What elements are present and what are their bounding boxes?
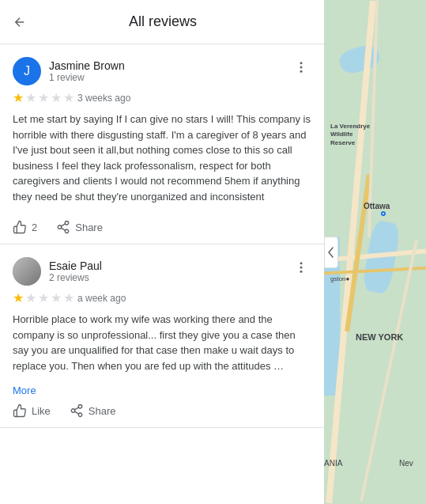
reviewer-details: Jasmine Brown 1 review (49, 59, 125, 83)
reviewer-count: 1 review (49, 72, 125, 83)
star-4: ★ (51, 90, 62, 105)
star-3: ★ (38, 90, 49, 105)
share-button[interactable]: Share (70, 404, 116, 418)
reviewer-row: J Jasmine Brown 1 review (13, 57, 311, 85)
map-collapse-button[interactable] (324, 237, 338, 268)
time-ago: 3 weeks ago (77, 93, 130, 104)
star-3: ★ (38, 290, 49, 305)
svg-point-10 (300, 271, 303, 273)
share-label: Share (75, 222, 103, 233)
review-card: Esaie Paul 2 reviews ★ ★ ★ ★ ★ a week ag… (0, 244, 324, 428)
review-text: Horrible place to work my wife was worki… (13, 312, 311, 373)
time-ago: a week ago (77, 293, 126, 304)
avatar (13, 257, 41, 286)
reviewer-row: Esaie Paul 2 reviews (13, 257, 311, 286)
avatar: J (13, 57, 41, 85)
share-label: Share (89, 405, 116, 417)
map-label-ottawa: Ottawa (364, 202, 390, 210)
star-5: ★ (63, 290, 74, 305)
svg-line-14 (74, 411, 78, 414)
star-rating: ★ ★ ★ ★ ★ (13, 290, 74, 305)
reviewer-info: Esaie Paul 2 reviews (13, 257, 102, 286)
map-label-ania: ANIA (324, 459, 342, 468)
ottawa-dot (381, 211, 386, 216)
thumbs-up-icon (13, 404, 27, 418)
share-icon (56, 220, 70, 234)
svg-point-5 (65, 229, 69, 233)
svg-line-7 (62, 224, 66, 226)
svg-point-2 (300, 70, 303, 73)
map-label-newyork: NEW YORK (356, 332, 403, 342)
star-2: ★ (25, 290, 36, 305)
back-button[interactable] (13, 15, 27, 29)
reviewer-info: J Jasmine Brown 1 review (13, 57, 125, 85)
map-label-kingston: gston● (330, 275, 349, 282)
share-icon (70, 404, 84, 418)
thumbs-up-button[interactable]: Like (13, 404, 51, 418)
svg-point-12 (71, 409, 75, 413)
stars-row: ★ ★ ★ ★ ★ a week ago (13, 290, 311, 305)
svg-point-9 (300, 267, 303, 269)
star-1: ★ (13, 290, 24, 305)
reviewer-count: 2 reviews (49, 272, 102, 283)
header: All reviews (0, 0, 324, 44)
thumbs-up-button[interactable]: 2 (13, 220, 37, 234)
svg-point-11 (78, 405, 82, 409)
reviewer-name: Esaie Paul (49, 260, 102, 272)
svg-point-3 (65, 222, 69, 225)
svg-point-8 (300, 262, 303, 264)
svg-line-6 (62, 228, 66, 230)
actions-row: Like Share (13, 397, 311, 427)
share-button[interactable]: Share (56, 220, 103, 234)
star-1: ★ (13, 90, 24, 105)
svg-point-4 (58, 225, 62, 229)
like-label: Like (32, 405, 51, 417)
map-label-wildlife: La VerendryeWildlifeReserve (330, 123, 370, 147)
review-more-button[interactable] (291, 57, 311, 81)
more-link[interactable]: More (13, 385, 36, 396)
review-more-button[interactable] (291, 257, 311, 281)
star-2: ★ (25, 90, 36, 105)
reviews-panel: All reviews J Jasmine Brown 1 review (0, 0, 324, 504)
reviewer-name: Jasmine Brown (49, 59, 125, 72)
map-label-nev: Nev (399, 459, 413, 468)
reviewer-details: Esaie Paul 2 reviews (49, 260, 102, 283)
review-card: J Jasmine Brown 1 review ★ ★ ★ ★ ★ (0, 44, 324, 244)
star-rating: ★ ★ ★ ★ ★ (13, 90, 74, 105)
star-4: ★ (51, 290, 62, 305)
map-background: La VerendryeWildlifeReserve Ottawa gston… (324, 0, 426, 504)
svg-point-1 (300, 66, 303, 69)
thumbs-up-icon (13, 220, 27, 234)
svg-point-13 (78, 413, 82, 417)
stars-row: ★ ★ ★ ★ ★ 3 weeks ago (13, 90, 311, 105)
svg-line-15 (74, 407, 78, 410)
page-title: All reviews (40, 13, 286, 30)
star-5: ★ (63, 90, 74, 105)
map-panel: La VerendryeWildlifeReserve Ottawa gston… (324, 0, 426, 504)
like-count: 2 (32, 222, 37, 233)
review-text: Let me start by saying If I can give no … (13, 112, 311, 204)
actions-row: 2 Share (13, 214, 311, 244)
svg-point-0 (300, 62, 303, 64)
